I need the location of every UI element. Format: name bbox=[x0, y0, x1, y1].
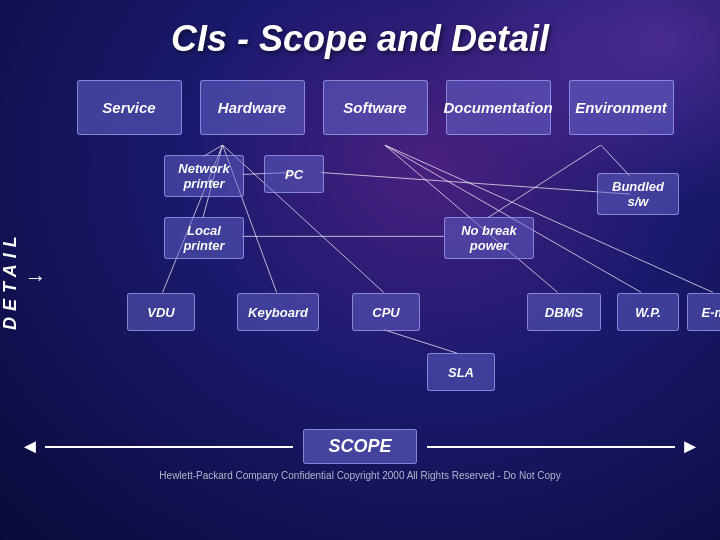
ci-box-service: Service bbox=[77, 80, 182, 135]
svg-line-12 bbox=[488, 145, 601, 218]
network-printer-box: Networkprinter bbox=[164, 155, 244, 197]
detail-arrow-down: ↓ bbox=[21, 268, 47, 285]
scope-arrow-left-icon: ◄ bbox=[20, 435, 40, 458]
vdu-box: VDU bbox=[127, 293, 195, 331]
pc-box: PC bbox=[264, 155, 324, 193]
dbms-box: DBMS bbox=[527, 293, 601, 331]
local-printer-box: Localprinter bbox=[164, 217, 244, 259]
ci-box-software: Software bbox=[323, 80, 428, 135]
top-ci-row: Service Hardware Software Documentation … bbox=[30, 80, 720, 135]
page-title: CIs - Scope and Detail bbox=[0, 0, 720, 70]
svg-line-13 bbox=[601, 145, 630, 176]
scope-arrow-right-icon: ► bbox=[680, 435, 700, 458]
bottom-section: ◄ SCOPE ► Hewlett-Packard Company Confid… bbox=[0, 429, 720, 481]
cpu-box: CPU bbox=[352, 293, 420, 331]
svg-line-11 bbox=[385, 145, 713, 292]
bundled-sw-box: Bundleds/w bbox=[597, 173, 679, 215]
svg-line-8 bbox=[384, 330, 458, 354]
svg-line-4 bbox=[321, 173, 630, 195]
scope-box: SCOPE bbox=[303, 429, 416, 464]
keyboard-box: Keyboard bbox=[237, 293, 319, 331]
ci-box-hardware: Hardware bbox=[200, 80, 305, 135]
no-break-power-box: No breakpower bbox=[444, 217, 534, 259]
diagram-area: Networkprinter PC Localprinter No breakp… bbox=[69, 145, 720, 425]
ci-box-documentation: Documentation bbox=[446, 80, 551, 135]
scope-line-left bbox=[45, 446, 294, 448]
email-box: E-mail bbox=[687, 293, 720, 331]
detail-section: DETAIL ↓ bbox=[0, 145, 720, 425]
sla-box: SLA bbox=[427, 353, 495, 391]
ci-box-environment: Environment bbox=[569, 80, 674, 135]
wp-box: W.P. bbox=[617, 293, 679, 331]
detail-label: DETAIL ↓ bbox=[0, 145, 59, 425]
scope-line-right bbox=[427, 446, 676, 448]
scope-row: ◄ SCOPE ► bbox=[20, 429, 700, 464]
footer-text: Hewlett-Packard Company Confidential Cop… bbox=[0, 470, 720, 481]
